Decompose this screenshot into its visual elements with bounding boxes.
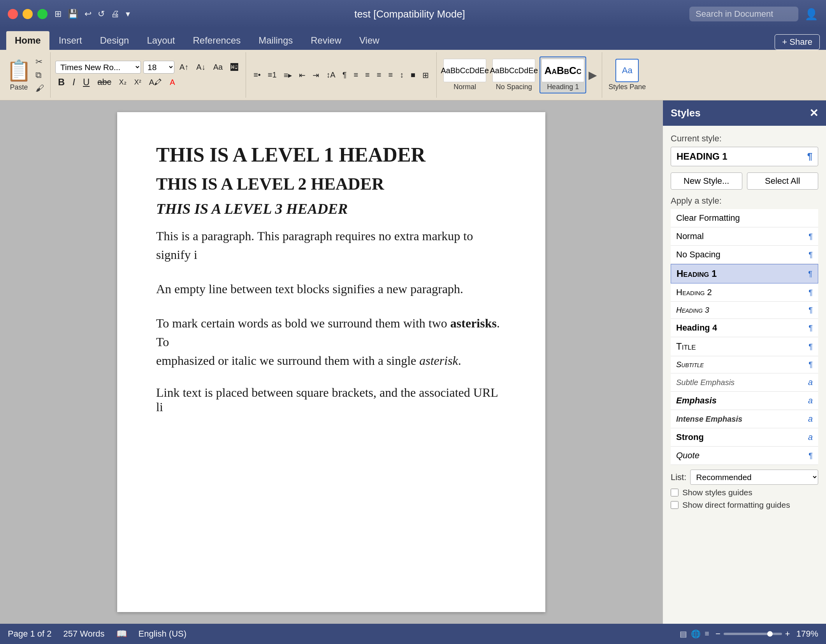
- strikethrough-button[interactable]: abc: [95, 76, 114, 89]
- sidebar-icon[interactable]: ⊞: [54, 9, 62, 19]
- decrease-indent-btn[interactable]: ⇤: [296, 69, 308, 81]
- cut-icon[interactable]: ✂: [34, 56, 46, 68]
- styles-scroll-arrow[interactable]: ▶: [589, 69, 597, 81]
- font-family-select[interactable]: Times New Ro...: [55, 61, 141, 74]
- style-item-strong[interactable]: Strong a: [671, 428, 818, 447]
- statusbar: Page 1 of 2 257 Words 📖 English (US) ▤ 🌐…: [0, 624, 826, 644]
- doc-p1-text: This is a paragraph. This paragraph requ…: [156, 229, 473, 262]
- tab-insert[interactable]: Insert: [50, 31, 91, 50]
- italic-button[interactable]: I: [70, 75, 78, 89]
- undo-icon[interactable]: ↩: [84, 9, 91, 19]
- style-item-strong-label: Strong: [676, 432, 704, 442]
- style-item-subtitle[interactable]: Subtitle ¶: [671, 356, 818, 373]
- tab-design[interactable]: Design: [91, 31, 138, 50]
- styles-pane: Styles ✕ Current style: HEADING 1 ¶ New …: [663, 100, 826, 624]
- dropdown-icon[interactable]: ▾: [126, 9, 130, 19]
- language: English (US): [139, 629, 186, 639]
- account-icon[interactable]: 👤: [805, 8, 818, 21]
- minimize-button[interactable]: [23, 9, 33, 19]
- change-case-btn[interactable]: Aa: [211, 61, 225, 73]
- style-item-normal[interactable]: Normal ¶: [671, 227, 818, 246]
- ribbon: 📋 Paste ✂ ⧉ 🖌 Times New Ro... 18 A↑ A↓ A…: [0, 50, 826, 100]
- search-input[interactable]: [689, 7, 798, 21]
- style-item-heading2[interactable]: Heading 2 ¶: [671, 283, 818, 302]
- close-button[interactable]: [8, 9, 18, 19]
- clear-format-btn[interactable]: 🆏: [228, 61, 241, 73]
- increase-font-btn[interactable]: A↑: [177, 61, 191, 73]
- zoom-bar[interactable]: [724, 633, 782, 635]
- paste-icon[interactable]: 📋: [6, 59, 32, 83]
- align-right-btn[interactable]: ≡: [374, 69, 384, 81]
- font-section: Times New Ro... 18 A↑ A↓ Aa 🆏 B I U abc …: [55, 52, 246, 98]
- ribbon-tabs: Home Insert Design Layout References Mai…: [0, 28, 826, 50]
- clipboard-section: 📋 Paste ✂ ⧉ 🖌: [6, 52, 51, 98]
- align-left-btn[interactable]: ≡: [351, 69, 361, 81]
- maximize-button[interactable]: [37, 9, 47, 19]
- print-icon[interactable]: 🖨: [111, 9, 120, 19]
- styles-pane-close-button[interactable]: ✕: [809, 107, 818, 120]
- style-item-heading1[interactable]: Heading 1 ¶: [671, 264, 818, 283]
- style-item-intense-emphasis[interactable]: Intense Emphasis a: [671, 410, 818, 428]
- underline-button[interactable]: U: [80, 75, 92, 89]
- format-painter-icon[interactable]: 🖌: [34, 83, 46, 94]
- style-item-nospacing[interactable]: No Spacing ¶: [671, 246, 818, 264]
- styles-pane-button[interactable]: Aa Styles Pane: [607, 57, 647, 93]
- tab-home[interactable]: Home: [6, 31, 49, 50]
- tab-view[interactable]: View: [351, 31, 388, 50]
- tab-references[interactable]: References: [185, 31, 250, 50]
- copy-icon[interactable]: ⧉: [34, 69, 46, 81]
- select-all-button[interactable]: Select All: [747, 172, 819, 190]
- multilevel-btn[interactable]: ≡▸: [281, 69, 295, 81]
- tab-review[interactable]: Review: [302, 31, 350, 50]
- statusbar-right: ▤ 🌐 ≡ − + 179%: [680, 629, 818, 639]
- decrease-font-btn[interactable]: A↓: [193, 61, 208, 73]
- shading-btn[interactable]: ■: [408, 69, 418, 81]
- style-item-heading4[interactable]: Heading 4 ¶: [671, 319, 818, 337]
- style-list: Clear Formatting Normal ¶ No Spacing ¶ H…: [671, 209, 818, 465]
- zoom-in-button[interactable]: +: [785, 629, 790, 639]
- doc-p3-italic: asterisk: [419, 354, 458, 368]
- bullets-btn[interactable]: ≡•: [251, 69, 264, 81]
- style-item-heading3[interactable]: Heading 3 ¶: [671, 302, 818, 319]
- borders-btn[interactable]: ⊞: [420, 69, 432, 81]
- show-marks-btn[interactable]: ¶: [340, 69, 350, 81]
- redo-icon[interactable]: ↺: [98, 9, 105, 19]
- style-item-subtle-em-label: Subtle Emphasis: [676, 378, 735, 387]
- document-area[interactable]: THIS IS A LEVEL 1 HEADER THIS IS A LEVEL…: [0, 100, 663, 624]
- print-layout-icon[interactable]: ▤: [680, 629, 687, 639]
- style-item-emphasis[interactable]: Emphasis a: [671, 392, 818, 410]
- highlight-btn[interactable]: A🖍: [146, 76, 165, 88]
- show-direct-formatting-checkbox[interactable]: [671, 501, 678, 509]
- zoom-slider: − +: [715, 629, 790, 639]
- sort-btn[interactable]: ↕A: [323, 69, 338, 81]
- align-center-btn[interactable]: ≡: [362, 69, 373, 81]
- read-mode-icon[interactable]: 📖: [116, 629, 127, 639]
- show-styles-guides-checkbox[interactable]: [671, 489, 678, 496]
- bold-button[interactable]: B: [55, 75, 67, 89]
- zoom-out-button[interactable]: −: [715, 629, 721, 639]
- increase-indent-btn[interactable]: ⇥: [310, 69, 322, 81]
- style-item-subtle-emphasis[interactable]: Subtle Emphasis a: [671, 373, 818, 392]
- save-icon[interactable]: 💾: [68, 9, 78, 19]
- style-item-normal-marker: ¶: [808, 232, 813, 241]
- web-layout-icon[interactable]: 🌐: [691, 629, 701, 639]
- font-size-select[interactable]: 18: [143, 61, 174, 74]
- style-item-title[interactable]: Title ¶: [671, 337, 818, 356]
- style-item-quote[interactable]: Quote ¶: [671, 447, 818, 465]
- style-preview-nospacing[interactable]: AaBbCcDdEe No Spacing: [490, 57, 537, 93]
- font-color-btn[interactable]: A: [167, 76, 178, 88]
- tab-layout[interactable]: Layout: [138, 31, 183, 50]
- style-preview-heading1[interactable]: AaBbCc Heading 1: [540, 56, 586, 93]
- style-item-clear-formatting[interactable]: Clear Formatting: [671, 209, 818, 227]
- line-spacing-btn[interactable]: ↕: [397, 69, 406, 81]
- share-button[interactable]: + Share: [775, 34, 820, 50]
- justify-btn[interactable]: ≡: [385, 69, 395, 81]
- outline-icon[interactable]: ≡: [705, 629, 709, 639]
- numbering-btn[interactable]: ≡1: [265, 69, 279, 81]
- superscript-button[interactable]: X²: [132, 77, 144, 88]
- subscript-button[interactable]: X₂: [116, 76, 129, 88]
- tab-mailings[interactable]: Mailings: [250, 31, 301, 50]
- list-select[interactable]: Recommended: [690, 470, 818, 485]
- new-style-button[interactable]: New Style...: [671, 172, 742, 190]
- style-preview-normal[interactable]: AaBbCcDdEe Normal: [441, 57, 488, 93]
